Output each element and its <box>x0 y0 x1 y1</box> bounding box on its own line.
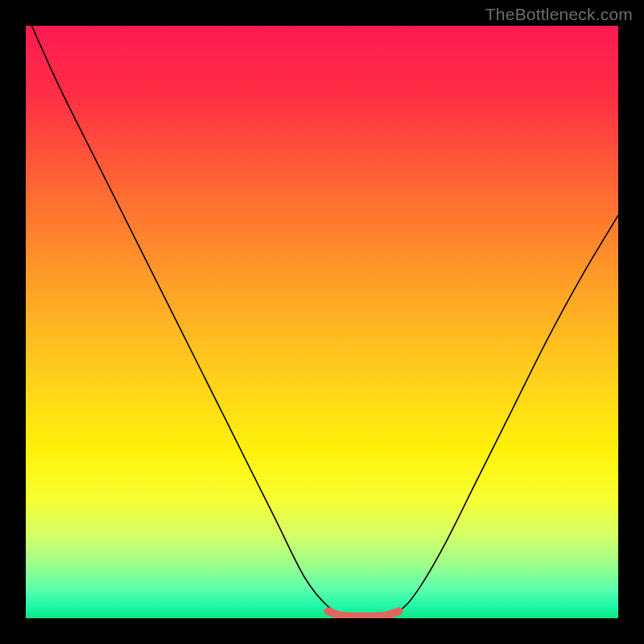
chart-frame: TheBottleneck.com <box>0 0 644 644</box>
plot-area <box>26 26 618 618</box>
background-gradient <box>26 26 618 618</box>
svg-rect-0 <box>26 26 618 618</box>
watermark-text: TheBottleneck.com <box>485 5 633 24</box>
